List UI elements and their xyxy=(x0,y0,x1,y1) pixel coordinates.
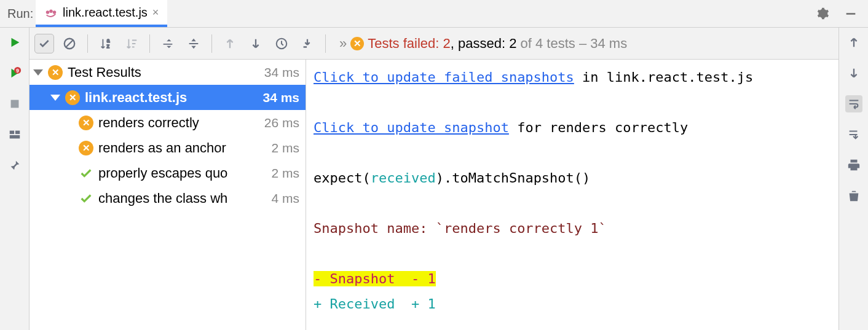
test-output: Click to update failed snapshots in link… xyxy=(306,60,838,330)
rerun-failed-icon[interactable]: 9 xyxy=(6,65,23,82)
tree-time: 26 ms xyxy=(264,116,299,130)
tree-file[interactable]: ✕ link.react.test.js 34 ms xyxy=(30,85,306,110)
svg-rect-6 xyxy=(10,100,18,108)
chevron-down-icon[interactable] xyxy=(50,95,60,101)
right-tool-rail xyxy=(838,28,868,330)
print-icon[interactable] xyxy=(845,157,862,174)
tree-label: link.react.test.js xyxy=(85,90,258,106)
tree-label: renders correctly xyxy=(98,115,259,131)
svg-text:z: z xyxy=(107,44,109,49)
failed-badge-icon: ✕ xyxy=(350,37,364,50)
tree-time: 34 ms xyxy=(264,65,299,80)
diff-plus-line: + Received + 1 xyxy=(314,291,831,316)
pass-badge-icon xyxy=(79,166,93,181)
status-summary: » ✕ Tests failed: 2, passed: 2 of 4 test… xyxy=(339,36,627,52)
tree-test[interactable]: changes the class wh 4 ms xyxy=(30,186,306,211)
layout-icon[interactable] xyxy=(6,126,23,143)
update-snapshot-link[interactable]: Click to update snapshot xyxy=(314,120,509,135)
run-icon[interactable] xyxy=(6,34,23,51)
next-failed-icon[interactable] xyxy=(245,33,266,54)
expect-line: expect(received).toMatchSnapshot() xyxy=(314,165,831,191)
svg-point-1 xyxy=(49,9,53,13)
stop-icon[interactable] xyxy=(6,95,23,112)
tree-label: properly escapes quo xyxy=(98,165,266,181)
diff-minus-line: - Snapshot - 1 xyxy=(314,266,831,291)
scroll-down-icon[interactable] xyxy=(845,65,862,82)
fail-badge-icon: ✕ xyxy=(65,90,80,105)
svg-rect-3 xyxy=(846,13,856,15)
failed-label: Tests failed: 2 xyxy=(368,36,451,51)
test-toolbar: az xyxy=(30,28,838,60)
left-tool-rail: 9 xyxy=(0,28,30,330)
scroll-up-icon[interactable] xyxy=(845,34,862,51)
tree-test[interactable]: ✕ renders as an anchor 2 ms xyxy=(30,135,306,160)
passed-text: , passed: 2 xyxy=(451,36,517,51)
gear-icon[interactable] xyxy=(814,5,831,22)
show-passed-toggle[interactable] xyxy=(34,34,54,53)
sort-icon[interactable]: az xyxy=(95,33,116,54)
jest-icon xyxy=(44,6,58,19)
tree-label: renders as an anchor xyxy=(98,140,266,156)
collapse-all-icon[interactable] xyxy=(183,33,204,54)
scroll-to-end-icon[interactable] xyxy=(845,126,862,143)
output-text: in link.react.test.js xyxy=(574,69,753,85)
svg-rect-9 xyxy=(9,135,20,139)
import-icon[interactable] xyxy=(297,33,318,54)
sort-duration-icon[interactable] xyxy=(121,33,142,54)
output-text: for renders correctly xyxy=(509,120,688,135)
snapshot-name-line: Snapshot name: `renders correctly 1` xyxy=(314,216,831,241)
fail-badge-icon: ✕ xyxy=(79,141,93,155)
tree-test[interactable]: ✕ renders correctly 26 ms xyxy=(30,110,306,135)
tree-label: Test Results xyxy=(68,65,259,81)
pass-badge-icon xyxy=(79,191,93,206)
test-tree: ✕ Test Results 34 ms ✕ link.react.test.j… xyxy=(30,60,306,330)
run-label: Run: xyxy=(0,7,36,21)
tree-test[interactable]: properly escapes quo 2 ms xyxy=(30,160,306,186)
trash-icon[interactable] xyxy=(845,187,862,205)
svg-point-0 xyxy=(46,10,50,14)
run-tab[interactable]: link.react.test.js × xyxy=(36,0,167,27)
svg-rect-8 xyxy=(15,131,19,135)
tree-time: 34 ms xyxy=(262,90,299,105)
history-icon[interactable] xyxy=(271,33,292,54)
minimize-icon[interactable] xyxy=(842,5,859,22)
svg-point-2 xyxy=(53,10,57,14)
close-tab-icon[interactable]: × xyxy=(152,6,159,19)
fail-badge-icon: ✕ xyxy=(48,65,63,80)
show-ignored-icon[interactable] xyxy=(59,33,80,54)
chevrons-icon: » xyxy=(339,36,347,52)
tab-title: link.react.test.js xyxy=(63,6,148,20)
svg-line-11 xyxy=(66,40,73,47)
pin-icon[interactable] xyxy=(6,157,23,174)
svg-text:a: a xyxy=(107,38,110,44)
update-all-snapshots-link[interactable]: Click to update failed snapshots xyxy=(314,69,574,85)
tree-time: 4 ms xyxy=(271,191,299,206)
prev-failed-icon[interactable] xyxy=(219,33,240,54)
total-text: of 4 tests – 34 ms xyxy=(516,36,627,51)
tree-label: changes the class wh xyxy=(98,191,266,206)
svg-rect-7 xyxy=(9,131,14,135)
tree-root[interactable]: ✕ Test Results 34 ms xyxy=(30,60,306,85)
tree-time: 2 ms xyxy=(271,141,299,155)
svg-text:9: 9 xyxy=(16,68,19,74)
soft-wrap-icon[interactable] xyxy=(845,95,862,112)
tree-time: 2 ms xyxy=(271,166,299,181)
fail-badge-icon: ✕ xyxy=(79,116,93,130)
chevron-down-icon[interactable] xyxy=(33,69,43,76)
expand-all-icon[interactable] xyxy=(157,33,178,54)
